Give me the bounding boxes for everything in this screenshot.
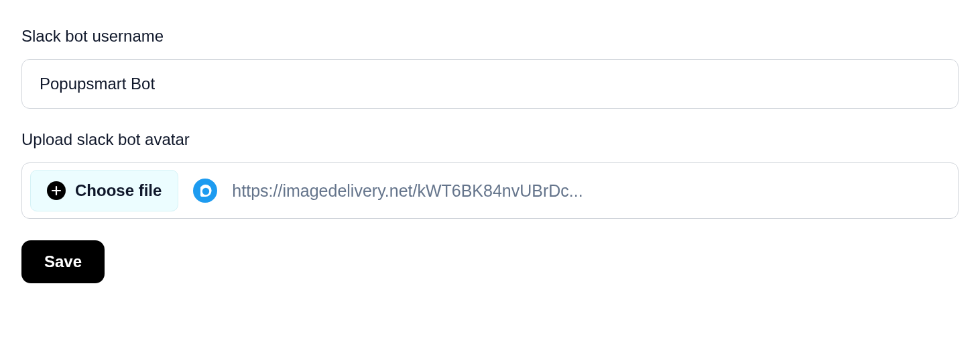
username-field-group: Slack bot username <box>21 27 959 109</box>
upload-container: Choose file https://imagedelivery.net/kW… <box>21 162 959 219</box>
avatar-preview-icon <box>193 179 217 203</box>
username-input[interactable] <box>21 59 959 109</box>
username-label: Slack bot username <box>21 27 959 46</box>
save-button[interactable]: Save <box>21 240 105 283</box>
choose-file-label: Choose file <box>75 181 162 200</box>
plus-icon <box>47 181 66 200</box>
avatar-field-group: Upload slack bot avatar Choose file http… <box>21 130 959 219</box>
avatar-label: Upload slack bot avatar <box>21 130 959 149</box>
file-url-text: https://imagedelivery.net/kWT6BK84nvUBrD… <box>232 181 950 201</box>
svg-point-1 <box>202 188 209 195</box>
choose-file-button[interactable]: Choose file <box>30 170 178 211</box>
